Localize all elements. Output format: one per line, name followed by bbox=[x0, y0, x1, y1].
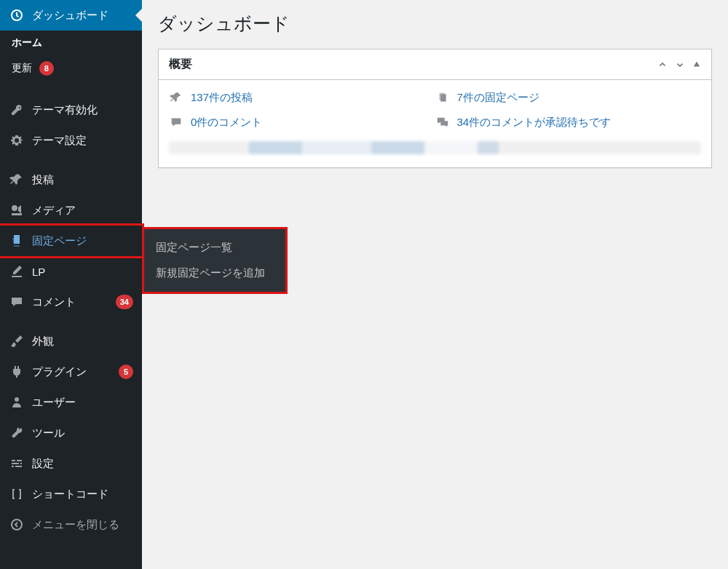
overview-title: 概要 bbox=[169, 57, 657, 72]
key-icon bbox=[9, 102, 25, 118]
overview-body: 137件の投稿 0件のコメント 7件の固定ページ bbox=[159, 80, 711, 167]
sidebar-item-lp[interactable]: LP bbox=[0, 256, 142, 287]
flyout-add-new-page[interactable]: 新規固定ページを追加 bbox=[144, 260, 285, 286]
stat-pages-link[interactable]: 7件の固定ページ bbox=[435, 90, 702, 105]
sidebar-label: コメント bbox=[32, 295, 111, 309]
stat-comments-link[interactable]: 0件のコメント bbox=[169, 115, 435, 130]
submenu-home[interactable]: ホーム bbox=[0, 31, 142, 55]
redacted-info bbox=[169, 141, 701, 154]
admin-sidebar: ダッシュボード ホーム 更新 8 テーマ有効化 テーマ設定 投稿 メディア bbox=[0, 0, 142, 569]
dashboard-icon bbox=[9, 7, 25, 23]
brush-icon bbox=[9, 333, 25, 349]
sidebar-label: テーマ有効化 bbox=[32, 103, 133, 117]
sidebar-label: 投稿 bbox=[32, 173, 133, 187]
sliders-icon bbox=[9, 455, 25, 471]
stats-row: 137件の投稿 0件のコメント 7件の固定ページ bbox=[169, 90, 701, 130]
media-icon bbox=[9, 202, 25, 218]
separator bbox=[0, 156, 142, 164]
stats-col-right: 7件の固定ページ 34件のコメントが承認待ちです bbox=[435, 90, 702, 130]
sidebar-item-theme-settings[interactable]: テーマ設定 bbox=[0, 125, 142, 156]
user-icon bbox=[9, 394, 25, 410]
sidebar-item-media[interactable]: メディア bbox=[0, 195, 142, 226]
stats-col-left: 137件の投稿 0件のコメント bbox=[169, 90, 435, 130]
sidebar-item-collapse[interactable]: メニューを閉じる bbox=[0, 509, 142, 540]
svg-point-0 bbox=[12, 520, 22, 530]
plugin-icon bbox=[9, 364, 25, 380]
sidebar-label: LP bbox=[32, 266, 133, 278]
page-title: ダッシュボード bbox=[158, 12, 712, 36]
sidebar-item-tools[interactable]: ツール bbox=[0, 418, 142, 448]
sidebar-label: ユーザー bbox=[32, 396, 133, 410]
sidebar-item-plugins[interactable]: プラグイン 5 bbox=[0, 357, 142, 387]
collapse-icon bbox=[9, 517, 25, 533]
submenu-updates-label: 更新 bbox=[12, 62, 32, 73]
move-up-icon[interactable] bbox=[657, 60, 668, 70]
pin-icon bbox=[169, 90, 183, 105]
sidebar-label: 固定ページ bbox=[32, 234, 133, 248]
overview-widget: 概要 137件の投 bbox=[158, 49, 712, 168]
comment-icon bbox=[169, 115, 183, 130]
sidebar-label: テーマ設定 bbox=[32, 134, 133, 148]
separator bbox=[0, 86, 142, 95]
updates-badge: 8 bbox=[39, 61, 54, 76]
brackets-icon bbox=[9, 486, 25, 502]
sidebar-label: メディア bbox=[32, 204, 133, 218]
edit-icon bbox=[9, 263, 25, 279]
sidebar-label: ダッシュボード bbox=[32, 9, 133, 23]
sidebar-label: ツール bbox=[32, 426, 133, 440]
move-down-icon[interactable] bbox=[675, 60, 685, 70]
sidebar-item-theme-activate[interactable]: テーマ有効化 bbox=[0, 95, 142, 125]
sidebar-item-users[interactable]: ユーザー bbox=[0, 387, 142, 418]
pages-flyout-menu: 固定ページ一覧 新規固定ページを追加 bbox=[142, 227, 288, 294]
overview-header: 概要 bbox=[159, 49, 711, 80]
sidebar-item-dashboard[interactable]: ダッシュボード bbox=[0, 0, 142, 31]
comments-icon bbox=[435, 115, 450, 130]
dashboard-submenu: ホーム 更新 8 bbox=[0, 31, 142, 86]
toggle-icon[interactable] bbox=[692, 60, 701, 70]
stat-pages-text: 7件の固定ページ bbox=[457, 91, 539, 105]
wrench-icon bbox=[9, 425, 25, 441]
sidebar-label: 設定 bbox=[32, 457, 133, 471]
stat-posts-text: 137件の投稿 bbox=[191, 91, 253, 105]
sidebar-item-posts[interactable]: 投稿 bbox=[0, 164, 142, 195]
widget-controls bbox=[657, 60, 701, 70]
sidebar-label: プラグイン bbox=[32, 365, 114, 379]
gear-icon bbox=[9, 132, 25, 148]
pin-icon bbox=[9, 172, 25, 188]
flyout-all-pages[interactable]: 固定ページ一覧 bbox=[144, 235, 285, 260]
main-content: ダッシュボード 概要 bbox=[142, 0, 728, 177]
sidebar-item-pages[interactable]: 固定ページ bbox=[0, 223, 144, 258]
comment-icon bbox=[9, 294, 25, 310]
sidebar-label: ショートコード bbox=[32, 488, 133, 501]
sidebar-item-appearance[interactable]: 外観 bbox=[0, 326, 142, 357]
stat-comments-text: 0件のコメント bbox=[191, 116, 262, 130]
separator bbox=[0, 317, 142, 326]
stat-posts-link[interactable]: 137件の投稿 bbox=[169, 90, 435, 105]
comments-badge: 34 bbox=[116, 295, 133, 309]
pages-icon bbox=[435, 90, 450, 105]
sidebar-item-settings[interactable]: 設定 bbox=[0, 448, 142, 479]
pages-icon bbox=[9, 233, 25, 249]
sidebar-item-comments[interactable]: コメント 34 bbox=[0, 287, 142, 317]
submenu-updates[interactable]: 更新 8 bbox=[0, 55, 142, 81]
sidebar-label: メニューを閉じる bbox=[32, 518, 133, 532]
stat-pending-text: 34件のコメントが承認待ちです bbox=[457, 116, 612, 130]
plugins-badge: 5 bbox=[119, 365, 133, 379]
sidebar-item-shortcode[interactable]: ショートコード bbox=[0, 479, 142, 509]
sidebar-label: 外観 bbox=[32, 335, 133, 349]
stat-pending-link[interactable]: 34件のコメントが承認待ちです bbox=[435, 115, 702, 130]
